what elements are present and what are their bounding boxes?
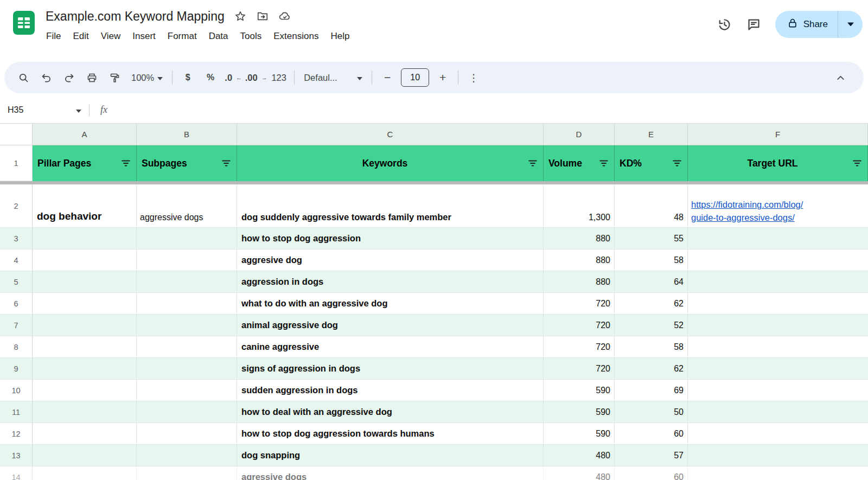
- cell-volume[interactable]: 480: [544, 466, 615, 480]
- header-cell-kd[interactable]: KD%: [615, 145, 688, 181]
- cell-keyword[interactable]: how to deal with an aggressive dog: [237, 401, 544, 423]
- cell-kd[interactable]: 50: [615, 401, 688, 423]
- sheets-logo-icon[interactable]: [11, 10, 37, 36]
- document-title[interactable]: Example.com Keyword Mapping: [46, 9, 225, 24]
- star-icon[interactable]: [234, 10, 247, 23]
- print-button[interactable]: [80, 67, 103, 88]
- menu-view[interactable]: View: [95, 28, 127, 44]
- cell-keyword[interactable]: aggresive dog: [237, 249, 544, 271]
- cell-pillar[interactable]: [33, 315, 137, 336]
- decrease-font-size-button[interactable]: −: [376, 67, 399, 88]
- cell-keyword[interactable]: aggression in dogs: [237, 271, 544, 293]
- filter-icon[interactable]: [599, 158, 609, 169]
- cell-kd[interactable]: 69: [615, 380, 688, 401]
- column-header-f[interactable]: F: [688, 124, 868, 145]
- cell-pillar[interactable]: [33, 466, 137, 480]
- cell-kd[interactable]: 48: [615, 184, 688, 228]
- cell-pillar[interactable]: [33, 380, 137, 401]
- cell-volume[interactable]: 1,300: [544, 184, 615, 228]
- cell-keyword[interactable]: dog snapping: [237, 445, 544, 466]
- cell-volume[interactable]: 480: [544, 445, 615, 466]
- cell-pillar[interactable]: [33, 336, 137, 358]
- row-number[interactable]: 13: [0, 445, 33, 466]
- cell-subpage[interactable]: [137, 466, 237, 480]
- cell-volume[interactable]: 880: [544, 228, 615, 249]
- row-number[interactable]: 14: [0, 466, 33, 480]
- cell-kd[interactable]: 52: [615, 315, 688, 336]
- row-number[interactable]: 11: [0, 401, 33, 423]
- row-number[interactable]: 3: [0, 228, 33, 249]
- column-header-d[interactable]: D: [544, 124, 615, 145]
- column-header-b[interactable]: B: [137, 124, 237, 145]
- cell-subpage[interactable]: [137, 445, 237, 466]
- cell-subpage[interactable]: [137, 228, 237, 249]
- filter-icon[interactable]: [528, 158, 538, 169]
- cell-keyword[interactable]: animal aggressive dog: [237, 315, 544, 336]
- cell-volume[interactable]: 720: [544, 336, 615, 358]
- header-cell-pillar-pages[interactable]: Pillar Pages: [33, 145, 137, 181]
- cell-volume[interactable]: 720: [544, 293, 615, 315]
- cell-volume[interactable]: 880: [544, 271, 615, 293]
- filter-icon[interactable]: [221, 158, 232, 169]
- share-button[interactable]: Share: [775, 11, 863, 38]
- name-box[interactable]: H35: [8, 105, 89, 115]
- cell-kd[interactable]: 58: [615, 336, 688, 358]
- select-all-corner[interactable]: [0, 124, 33, 145]
- cell-kd[interactable]: 57: [615, 445, 688, 466]
- row-number[interactable]: 6: [0, 293, 33, 315]
- filter-icon[interactable]: [121, 158, 131, 169]
- column-header-e[interactable]: E: [615, 124, 688, 145]
- cell-subpage[interactable]: [137, 315, 237, 336]
- cell-volume[interactable]: 590: [544, 380, 615, 401]
- cell-kd[interactable]: 55: [615, 228, 688, 249]
- cell-subpage[interactable]: [137, 293, 237, 315]
- row-number[interactable]: 7: [0, 315, 33, 336]
- increase-decimal-button[interactable]: .00→: [245, 67, 267, 88]
- cell-subpage[interactable]: aggressive dogs: [137, 184, 237, 228]
- header-cell-volume[interactable]: Volume: [544, 145, 615, 181]
- cell-keyword[interactable]: dog suddenly aggressive towards family m…: [237, 184, 544, 228]
- move-folder-icon[interactable]: [256, 10, 269, 23]
- share-dropdown-button[interactable]: [838, 11, 863, 38]
- cell-url-link[interactable]: https://fidotraining.com/blog/guide-to-a…: [691, 199, 803, 224]
- cell-subpage[interactable]: [137, 249, 237, 271]
- cell-subpage[interactable]: [137, 336, 237, 358]
- cell-subpage[interactable]: [137, 401, 237, 423]
- font-family-select[interactable]: Defaul...: [298, 67, 368, 88]
- cell-volume[interactable]: 720: [544, 315, 615, 336]
- more-options-button[interactable]: ⋮: [462, 67, 485, 88]
- menu-extensions[interactable]: Extensions: [267, 28, 324, 44]
- cell-pillar[interactable]: [33, 271, 137, 293]
- cell-keyword[interactable]: canine aggressive: [237, 336, 544, 358]
- version-history-icon[interactable]: [717, 16, 733, 33]
- cell-kd[interactable]: 64: [615, 271, 688, 293]
- row-number[interactable]: 12: [0, 423, 33, 445]
- filter-icon[interactable]: [852, 158, 863, 169]
- cell-subpage[interactable]: [137, 271, 237, 293]
- cloud-status-icon[interactable]: [278, 10, 291, 23]
- row-number[interactable]: 5: [0, 271, 33, 293]
- decrease-decimal-button[interactable]: .0←: [222, 67, 245, 88]
- cell-pillar[interactable]: [33, 293, 137, 315]
- menu-data[interactable]: Data: [203, 28, 234, 44]
- font-size-input[interactable]: 10: [401, 68, 429, 87]
- cell-keyword[interactable]: sudden aggression in dogs: [237, 380, 544, 401]
- cell-volume[interactable]: 590: [544, 423, 615, 445]
- cell-subpage[interactable]: [137, 423, 237, 445]
- row-number[interactable]: 10: [0, 380, 33, 401]
- column-header-a[interactable]: A: [33, 124, 137, 145]
- comments-icon[interactable]: [746, 16, 762, 33]
- cell-subpage[interactable]: [137, 358, 237, 380]
- cell-keyword[interactable]: how to stop dog aggression: [237, 228, 544, 249]
- cell-keyword[interactable]: what to do with an aggressive dog: [237, 293, 544, 315]
- cell-pillar[interactable]: [33, 249, 137, 271]
- paint-format-button[interactable]: [103, 67, 126, 88]
- menu-file[interactable]: File: [40, 28, 67, 44]
- menu-format[interactable]: Format: [162, 28, 203, 44]
- row-number[interactable]: 2: [0, 184, 33, 228]
- cell-volume[interactable]: 590: [544, 401, 615, 423]
- header-cell-target-url[interactable]: Target URL: [688, 145, 868, 181]
- format-percent-button[interactable]: %: [199, 67, 222, 88]
- row-number[interactable]: 8: [0, 336, 33, 358]
- header-cell-keywords[interactable]: Keywords: [237, 145, 544, 181]
